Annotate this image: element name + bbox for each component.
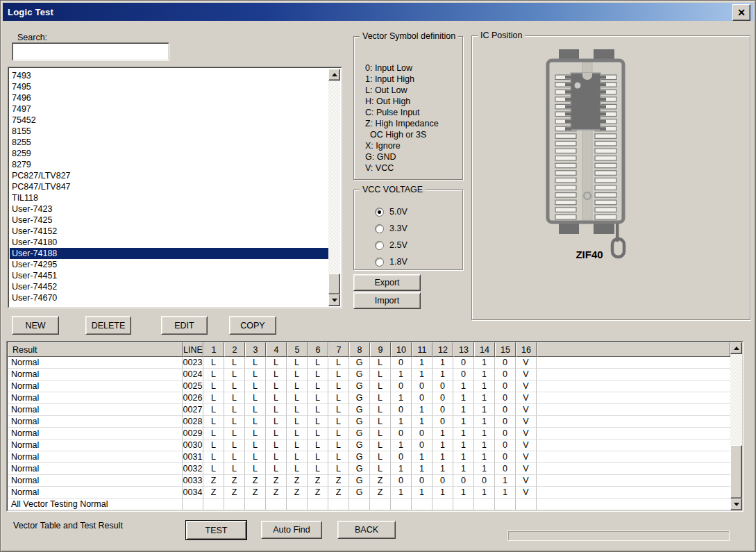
list-item[interactable]: 8255 [10,137,328,148]
list-item[interactable]: 8259 [10,148,328,159]
table-row[interactable]: Normal0026LLLLLLLGL100110V [8,392,730,404]
pin-cell: G [349,487,370,499]
new-button[interactable]: NEW [12,316,59,335]
auto-find-button[interactable]: Auto Find [261,521,322,539]
table-row[interactable]: Normal0034ZZZZZZZGZ111111V [8,487,730,499]
pin-cell: L [370,369,391,380]
list-item[interactable]: PC827/LTV827 [10,170,328,181]
chip-pin-stub [565,83,571,87]
radio-dot [378,227,381,231]
table-row[interactable]: Normal0028LLLLLLLGL110110V [8,416,730,428]
pin-cell: L [266,357,287,369]
list-item[interactable]: TIL118 [10,192,328,203]
device-list-scrollbar[interactable] [328,69,340,306]
list-item[interactable]: PC847/LTV847 [10,181,328,192]
filler-cell [537,428,730,440]
pin-cell [203,499,224,510]
table-row[interactable]: Normal0032LLLLLLLGL111110V [8,463,730,475]
list-item[interactable]: 7495 [10,81,328,92]
pin-cell: G [349,392,370,404]
table-row[interactable]: Normal0027LLLLLLLGL010110V [8,404,730,416]
pin-cell: L [245,428,266,440]
pin-cell: 0 [495,357,516,369]
list-item[interactable]: User-74188 [10,248,328,259]
copy-button[interactable]: COPY [229,316,276,335]
pin-cell: 1 [474,463,495,475]
list-item[interactable]: 7496 [10,92,328,103]
socket-tab [594,223,614,234]
radio-button[interactable] [375,241,384,250]
scroll-thumb[interactable] [730,445,742,499]
test-button-label: TEST [205,526,228,535]
pin-cell: L [203,380,224,392]
pin-cell: 1 [495,475,516,487]
socket-pin-slot [595,178,616,183]
table-row[interactable]: Normal0023LLLLLLLGL011010V [8,357,730,369]
result-cell: Normal [8,416,183,428]
pin-cell: L [328,440,349,451]
list-item[interactable]: User-74670 [10,292,328,303]
radio-dot [378,244,381,247]
radio-button[interactable] [375,258,384,267]
table-row[interactable]: Normal0031LLLLLLLGL011110V [8,451,730,463]
chip-pin-stub [565,90,571,94]
chip-pin-stub [565,120,571,124]
device-list[interactable]: 7493749574967497754528155825582598279PC8… [8,67,342,308]
list-item[interactable]: User-74452 [10,281,328,292]
pin-cell: 1 [412,404,432,416]
scroll-down-button[interactable] [730,499,742,510]
list-item[interactable]: User-74451 [10,270,328,281]
list-item[interactable]: 8155 [10,126,328,137]
table-row[interactable]: Normal0029LLLLLLLGL001110V [8,428,730,440]
scroll-up-button[interactable] [328,69,340,81]
import-button[interactable]: Import [353,292,421,309]
scroll-down-button[interactable] [328,294,340,306]
result-table-scrollbar[interactable] [730,342,742,510]
vcc-option[interactable]: 1.8V [375,253,408,270]
pin-cell: L [308,463,328,475]
vector-symbol-line: H: Out High [365,96,439,107]
table-row[interactable]: Normal0024LLLLLLLGL111010V [8,369,730,380]
socket-pin-slot [555,141,576,146]
list-item[interactable]: 8279 [10,159,328,170]
export-button[interactable]: Export [353,274,421,291]
back-button[interactable]: BACK [337,521,396,539]
pin-cell: 1 [474,428,495,440]
search-input[interactable] [14,44,167,59]
test-button[interactable]: TEST [186,521,246,540]
list-item[interactable]: User-74295 [10,259,328,270]
chip-pin-stub [600,127,606,131]
vcc-option[interactable]: 3.3V [375,220,408,237]
vcc-option[interactable]: 5.0V [375,203,408,220]
list-item[interactable]: User-7425 [10,215,328,226]
pin-cell: L [328,416,349,428]
list-item[interactable]: User-74152 [10,226,328,237]
vcc-option[interactable]: 2.5V [375,237,408,253]
pin-cell: L [328,404,349,416]
pin-cell: L [203,357,224,369]
titlebar[interactable]: Logic Test ✕ [3,3,753,21]
list-item[interactable]: 75452 [10,115,328,126]
edit-button[interactable]: EDIT [161,316,208,335]
pin-cell: Z [308,487,328,499]
table-row[interactable]: Normal0030LLLLLLLGL101110V [8,440,730,451]
list-item[interactable]: 7493 [10,70,328,81]
pin-cell: L [266,369,287,380]
list-item[interactable]: User-74180 [10,237,328,248]
radio-button[interactable] [375,224,384,233]
delete-button[interactable]: DELETE [85,316,131,335]
pin-cell: L [203,369,224,380]
table-row[interactable]: Normal0025LLLLLLLGL000110V [8,380,730,392]
radio-button[interactable] [375,208,384,217]
list-item[interactable]: User-7423 [10,203,328,215]
list-item[interactable]: 7497 [10,103,328,115]
table-row[interactable]: All Vector Testing Normal [8,499,730,510]
filler-cell [537,416,730,428]
close-button[interactable]: ✕ [732,4,750,21]
pin-cell: V [516,475,537,487]
table-row[interactable]: Normal0033ZZZZZZZGZ000001V [8,475,730,487]
scroll-thumb[interactable] [328,274,340,294]
arrow-down-icon [734,503,739,506]
scroll-up-button[interactable] [730,342,742,354]
line-cell: 0025 [183,380,203,392]
